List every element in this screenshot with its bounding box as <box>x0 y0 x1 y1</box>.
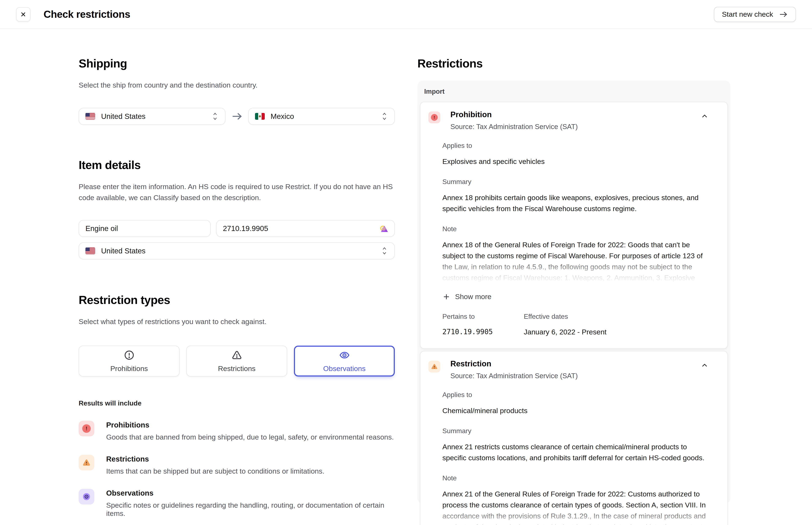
item-description-field <box>79 220 211 237</box>
card-body: Applies to Chemical/mineral products Sum… <box>442 391 710 525</box>
card-type-title: Prohibition <box>450 110 699 119</box>
prohibitions-type-button[interactable]: Prohibitions <box>79 346 180 376</box>
result-item-text: Restrictions Items that can be shipped b… <box>106 455 324 475</box>
arrow-right-icon <box>779 10 788 19</box>
restrictions-heading: Restrictions <box>417 57 730 70</box>
ship-to-value: Mexico <box>271 112 381 121</box>
result-item-title: Prohibitions <box>106 421 394 429</box>
item-description-input[interactable] <box>86 224 204 233</box>
shipping-route-row: United States Mexico <box>79 108 395 125</box>
note-label: Note <box>442 474 710 482</box>
list-item-observations: Observations Specific notes or guideline… <box>79 489 395 518</box>
item-inputs-row <box>79 220 395 237</box>
applies-to-label: Applies to <box>442 142 710 150</box>
type-button-label: Restrictions <box>218 364 256 373</box>
close-icon <box>20 11 27 18</box>
summary-value: Annex 18 prohibits certain goods like we… <box>442 192 710 214</box>
item-details-heading: Item details <box>79 158 395 172</box>
restriction-badge-icon <box>428 361 440 373</box>
select-chevrons-icon <box>381 246 388 256</box>
us-flag-icon <box>86 247 95 254</box>
us-flag-icon <box>86 113 95 120</box>
hs-code-input[interactable] <box>223 224 388 233</box>
note-value: Annex 18 of the General Rules of Foreign… <box>442 239 710 284</box>
collapse-card-button[interactable] <box>699 110 710 122</box>
warning-triangle-glyph <box>430 363 438 370</box>
applies-to-label: Applies to <box>442 391 710 399</box>
result-item-title: Restrictions <box>106 455 324 463</box>
plus-icon <box>442 293 450 301</box>
show-more-label: Show more <box>455 292 491 301</box>
effective-dates-label: Effective dates <box>524 313 710 320</box>
prohibition-badge-icon: ! <box>428 111 440 123</box>
observation-badge-icon <box>79 489 94 505</box>
eye-icon <box>339 350 350 361</box>
collapse-card-button[interactable] <box>699 359 710 371</box>
top-bar: Check restrictions Start new check <box>0 0 812 29</box>
note-label: Note <box>442 225 710 233</box>
result-item-title: Observations <box>106 489 395 497</box>
chevron-up-icon <box>700 361 709 370</box>
card-source: Source: Tax Administration Service (SAT) <box>450 372 699 380</box>
main-content: Shipping Select the ship from country an… <box>0 29 812 518</box>
restriction-type-buttons: Prohibitions Restrictions Observations <box>79 346 395 376</box>
item-country-value: United States <box>101 246 381 255</box>
restriction-types-description: Select what types of restrictions you wa… <box>79 316 395 327</box>
summary-value: Annex 21 restricts customs clearance of … <box>442 441 710 463</box>
shipping-heading: Shipping <box>79 57 395 70</box>
results-column: Restrictions Import ! Prohibition Source… <box>417 57 730 518</box>
mexico-flag-icon <box>255 113 265 120</box>
result-item-description: Specific notes or guidelines regarding t… <box>106 501 395 518</box>
observations-type-button[interactable]: Observations <box>294 346 395 376</box>
select-chevrons-icon <box>381 111 388 121</box>
result-item-text: Observations Specific notes or guideline… <box>106 489 395 518</box>
card-header: ! Prohibition Source: Tax Administration… <box>428 110 710 131</box>
card-source: Source: Tax Administration Service (SAT) <box>450 123 699 131</box>
list-item-restrictions: Restrictions Items that can be shipped b… <box>79 455 395 475</box>
type-button-label: Observations <box>323 364 365 373</box>
results-will-include-heading: Results will include <box>79 399 395 407</box>
restriction-types-heading: Restriction types <box>79 293 395 307</box>
summary-label: Summary <box>442 427 710 435</box>
restriction-card: Restriction Source: Tax Administration S… <box>420 351 728 525</box>
show-more-button[interactable]: Show more <box>442 292 491 301</box>
prohibition-card: ! Prohibition Source: Tax Administration… <box>420 102 728 349</box>
warning-triangle-glyph <box>82 458 91 467</box>
result-item-description: Items that can be shipped but are subjec… <box>106 467 324 475</box>
warning-triangle-icon <box>231 350 242 361</box>
list-item-prohibitions: ! Prohibitions Goods that are banned fro… <box>79 421 395 441</box>
restriction-badge-icon <box>79 455 94 470</box>
applies-to-value: Chemical/mineral products <box>442 405 710 416</box>
chevron-up-icon <box>700 112 709 120</box>
ship-from-select[interactable]: United States <box>79 108 226 125</box>
classify-logo-icon[interactable] <box>379 224 389 234</box>
hs-code-field <box>216 220 395 237</box>
card-titles: Prohibition Source: Tax Administration S… <box>450 110 699 131</box>
close-button[interactable] <box>16 7 30 21</box>
item-details-description: Please enter the item information. An HS… <box>79 181 395 203</box>
card-body: Applies to Explosives and specific vehic… <box>442 142 710 338</box>
prohibition-badge-icon: ! <box>79 421 94 436</box>
effective-column: Effective dates January 6, 2022 - Presen… <box>524 313 710 338</box>
form-column: Shipping Select the ship from country an… <box>79 57 395 518</box>
card-footer: Pertains to 2710.19.9905 Effective dates… <box>442 313 710 338</box>
applies-to-value: Explosives and specific vehicles <box>442 156 710 167</box>
select-chevrons-icon <box>212 111 219 121</box>
restrictions-panel: Import ! Prohibition Source: Tax Adminis… <box>417 80 730 504</box>
effective-dates-value: January 6, 2022 - Present <box>524 326 710 338</box>
summary-label: Summary <box>442 178 710 186</box>
item-country-select[interactable]: United States <box>79 242 395 259</box>
ship-to-select[interactable]: Mexico <box>248 108 395 125</box>
card-header: Restriction Source: Tax Administration S… <box>428 359 710 380</box>
restrictions-type-button[interactable]: Restrictions <box>186 346 287 376</box>
import-group-label: Import <box>424 88 728 95</box>
card-type-title: Restriction <box>450 359 699 368</box>
pertains-column: Pertains to 2710.19.9905 <box>442 313 524 338</box>
exclamation-circle-glyph: ! <box>431 114 438 121</box>
shipping-description: Select the ship from country and the des… <box>79 79 395 91</box>
note-value: Annex 21 of the General Rules of Foreign… <box>442 489 710 525</box>
observation-circle-glyph <box>82 492 91 501</box>
start-new-check-label: Start new check <box>722 10 773 18</box>
start-new-check-button[interactable]: Start new check <box>714 7 796 22</box>
route-arrow-icon <box>231 110 243 122</box>
